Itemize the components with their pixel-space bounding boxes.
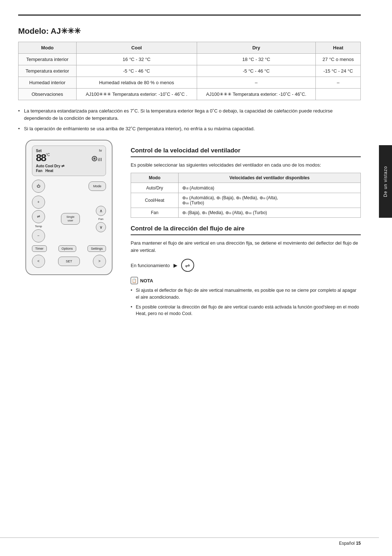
model-title: Modelo: AJ✳✳✳ [18,26,361,36]
right-col: Control de la velocidad del ventilador E… [131,140,361,320]
display-unit: °C [46,153,50,157]
arrow-right-icon: ▶ [173,262,177,268]
nota-icon: 📋 [131,277,138,284]
col-header-cool: Cool [76,42,197,54]
power-button[interactable]: ⏻ [32,180,45,193]
nota-box: 📋 NOTA Si ajusta el deflector de flujo d… [131,277,361,320]
en-funcionamiento-label: En funcionamiento [131,263,170,268]
display-modes-line2: Fan Heat [36,169,102,173]
fan-table-row-0: Auto/Dry ⊛ᵢₗₗ (Automática) [131,183,361,193]
main-content: Modelo: AJ✳✳✳ Modo Cool Dry Heat Tempera… [0,0,379,556]
bullet-item-1: Si la operación de enfriamiento se usa a… [18,125,361,132]
display-modes-line1: Auto Cool Dry ⇌ [36,164,102,168]
fan-table-row-1: Cool/Heat ⊛ᵢₗₗ (Automática), ⊛ᵢ (Baja), … [131,193,361,208]
fan-label: Fan [98,217,103,221]
remote-buttons: ⏻ Mode + ⇌ Temp − [32,180,106,268]
col-header-heat: Heat [316,42,361,54]
airflow-heading: Control de la dirección del flujo de air… [131,225,361,235]
table-row: Temperatura interior 16 °C - 32 °C 18 °C… [19,54,361,65]
temp-col: + ⇌ Temp − [32,196,45,242]
row-cool-2: Humedad relativa de 80 % o menos [76,77,197,89]
fan-speed-table: Modo Velocidades del ventilador disponib… [131,173,361,218]
row-label-2: Humedad interior [19,77,77,89]
row-dry-2: – [197,77,316,89]
top-rule [18,15,361,16]
plus-button[interactable]: + [32,196,45,209]
nota-bullet-1: Es posible controlar la dirección del fl… [131,304,361,318]
fan-table-row-2: Fan ⊛ᵢ (Baja), ⊛ᵢₗ (Media), ⊛ᵢₗₗ (Alta),… [131,208,361,218]
fan-col: ∧ Fan ∨ [96,206,106,232]
airflow-text: Para mantener el flujo de aire vertical … [131,240,361,254]
timer-button[interactable]: Timer [32,245,47,252]
mode-button[interactable]: Mode [89,181,106,191]
temp-label: Temp [35,225,42,228]
row-dry-1: -5 °C - 46 °C [197,65,316,77]
settings-button[interactable]: Settings [87,245,106,252]
table-row: Humedad interior Humedad relativa de 80 … [19,77,361,89]
side-tab-text: De un vistazo [383,166,388,197]
spec-table: Modo Cool Dry Heat Temperatura interior … [18,42,361,100]
display-hr: hr [91,149,102,152]
table-row: Temperatura exterior -5 °C - 46 °C -5 °C… [19,65,361,77]
fan-speeds-0: ⊛ᵢₗₗ (Automática) [178,183,360,193]
row-dry-3: AJ100✳✳✳ Temperatura exterior: -10˚C - 4… [197,89,316,100]
row-heat-0: 27 °C o menos [316,54,361,65]
table-row: Observaciones AJ100✳✳✳ Temperatura exter… [19,89,361,100]
btn-row-1: ⏻ Mode [32,180,106,193]
col-header-dry: Dry [197,42,316,54]
col-header-modo: Modo [19,42,77,54]
nota-header: 📋 NOTA [131,277,361,284]
fan-swirl-button[interactable]: ⇌ [32,210,45,223]
two-col-layout: Set 88 °C hr ⊛ᵢₗₗ [18,140,361,320]
bottom-bar: Español 15 [0,537,379,549]
page-number: Español 15 [339,541,361,546]
btn-row-2: + ⇌ Temp − Singleuser ∧ [32,196,106,242]
row-dry-0: 18 °C - 32 °C [197,54,316,65]
remote-container: Set 88 °C hr ⊛ᵢₗₗ [25,140,113,275]
arrow-up-button[interactable]: ∧ [96,206,106,216]
fan-mode-0: Auto/Dry [131,183,179,193]
row-label-0: Temperatura interior [19,54,77,65]
fan-mode-2: Fan [131,208,179,218]
side-tab: De un vistazo [379,145,392,218]
fan-mode-1: Cool/Heat [131,193,179,208]
nota-label: NOTA [140,278,153,283]
row-heat-3 [316,89,361,100]
options-button[interactable]: Options [58,245,76,252]
row-heat-2: – [316,77,361,89]
set-button[interactable]: SET [58,257,80,266]
row-label-1: Temperatura exterior [19,65,77,77]
btn-row-3: Timer Options Settings [32,245,106,252]
row-heat-1: -15 °C - 24 °C [316,65,361,77]
fan-speeds-1: ⊛ᵢₗₗ (Automática), ⊛ᵢ (Baja), ⊛ᵢₗ (Media… [178,193,360,208]
bullet-item-0: La temperatura estandarizada para calefa… [18,107,361,122]
bullet-section: La temperatura estandarizada para calefa… [18,107,361,132]
swirl-icon: ⇌ [181,259,194,272]
left-arrow-button[interactable]: < [32,255,45,268]
nota-bullets: Si ajusta el deflector de flujo de aire … [131,287,361,320]
display-temp: 88 [36,153,46,163]
minus-button[interactable]: − [32,229,45,242]
en-funcionamiento: En funcionamiento ▶ ⇌ [131,259,361,272]
right-arrow-button[interactable]: > [93,255,106,268]
display-fan-icon: ⊛ᵢₗₗ [91,154,102,163]
row-label-3: Observaciones [19,89,77,100]
row-cool-3: AJ100✳✳✳ Temperatura exterior: -10˚C - 4… [76,89,197,100]
fan-col-header-speeds: Velocidades del ventilador disponibles [178,173,360,183]
fan-speed-heading: Control de la velocidad del ventilador [131,147,361,157]
fan-col-header-mode: Modo [131,173,179,183]
fan-speed-intro: Es posible seleccionar las siguientes ve… [131,162,361,169]
btn-row-4: < SET > [32,255,106,268]
fan-speeds-2: ⊛ᵢ (Baja), ⊛ᵢₗ (Media), ⊛ᵢₗₗ (Alta), ⊛ᵢₗ… [178,208,360,218]
row-cool-0: 16 °C - 32 °C [76,54,197,65]
arrow-down-button[interactable]: ∨ [96,222,106,232]
nota-bullet-0: Si ajusta el deflector de flujo de aire … [131,287,361,301]
single-user-button[interactable]: Singleuser [61,213,80,225]
left-col: Set 88 °C hr ⊛ᵢₗₗ [18,140,120,320]
remote-control: Set 88 °C hr ⊛ᵢₗₗ [25,140,113,275]
remote-display: Set 88 °C hr ⊛ᵢₗₗ [32,146,106,176]
row-cool-1: -5 °C - 46 °C [76,65,197,77]
